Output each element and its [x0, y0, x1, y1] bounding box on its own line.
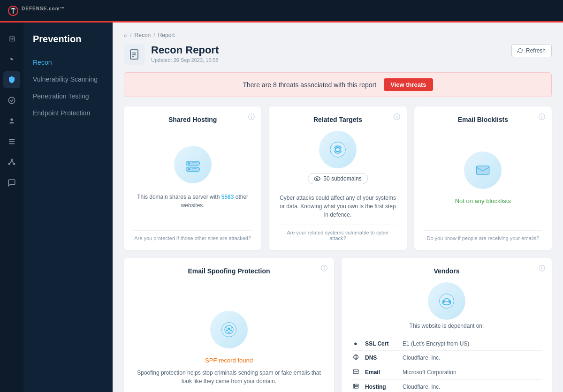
card-email-spoofing: Email Spoofing Protection ⓘ: [124, 258, 334, 392]
page-title-block: Recon Report Updated: 20 Sep 2023, 16:58: [151, 44, 219, 63]
email-label: Email: [365, 369, 398, 376]
email-spoofing-status: SPF record found: [205, 357, 253, 364]
shared-hosting-title: Shared Hosting: [133, 116, 252, 123]
shared-hosting-body: This domain shares a server with 5583 ot…: [133, 131, 252, 225]
top-cards-grid: Shared Hosting ⓘ This: [124, 106, 552, 250]
svg-point-9: [14, 163, 15, 165]
shared-hosting-icon: [174, 146, 212, 183]
related-targets-body: 50 subdomains Cyber attacks could affect…: [278, 131, 397, 219]
vendor-row-email: Email Microsoft Corporation: [351, 365, 542, 380]
related-targets-footer: Are your related systems vulnerable to c…: [278, 225, 397, 241]
svg-point-23: [317, 178, 319, 180]
ssl-value: E1 (Let's Encrypt from US): [403, 340, 469, 347]
sidebar-icon-nodes[interactable]: [3, 154, 20, 171]
svg-point-22: [330, 142, 346, 158]
svg-rect-21: [192, 168, 197, 169]
related-targets-info-icon[interactable]: ⓘ: [394, 113, 400, 121]
vendor-row-dns: DNS Cloudflare, Inc.: [351, 351, 542, 365]
report-icon: [124, 44, 145, 65]
svg-rect-20: [192, 162, 197, 163]
nav-item-recon[interactable]: Recon: [23, 54, 113, 71]
svg-point-41: [354, 387, 354, 388]
vendors-icon: [428, 282, 465, 320]
main-layout: ⊞ Prevention Recon Vulnerability Scannin…: [0, 23, 563, 392]
sidebar-icon-chat[interactable]: [3, 174, 20, 191]
svg-rect-37: [353, 369, 358, 374]
nav-item-endpoint[interactable]: Endpoint Protection: [23, 105, 113, 121]
sidebar-icon-grid[interactable]: ⊞: [3, 30, 20, 47]
svg-point-28: [226, 330, 228, 332]
card-shared-hosting: Shared Hosting ⓘ This: [124, 106, 261, 250]
bottom-cards-grid: Email Spoofing Protection ⓘ: [124, 258, 552, 392]
svg-line-10: [10, 160, 12, 163]
nav-sidebar: Prevention Recon Vulnerability Scanning …: [23, 23, 113, 392]
svg-point-30: [228, 332, 230, 333]
email-icon: [351, 369, 360, 376]
vendors-table: ● SSL Cert E1 (Let's Encrypt from US) DN…: [351, 337, 542, 392]
logo: DEFENSE.com™: [8, 5, 65, 16]
email-spoofing-info-icon[interactable]: ⓘ: [321, 264, 327, 273]
svg-point-8: [8, 163, 10, 165]
ssl-icon: ●: [351, 340, 360, 347]
sidebar-icon-radiation[interactable]: [3, 51, 20, 68]
email-blocklists-footer: Do you know if people are receiving your…: [424, 230, 542, 241]
sidebar-icon-check[interactable]: [3, 92, 20, 109]
shared-hosting-footer: Are you protected if those other sites a…: [133, 230, 252, 241]
svg-point-32: [231, 327, 232, 329]
email-spoofing-icon: [210, 311, 248, 348]
svg-point-33: [440, 294, 454, 309]
svg-point-31: [226, 327, 227, 329]
view-threats-button[interactable]: View threats: [384, 78, 433, 91]
email-value: Microsoft Corporation: [403, 369, 456, 376]
svg-line-11: [12, 160, 14, 163]
svg-point-3: [10, 118, 13, 121]
breadcrumb: ⌂ / Recon / Report: [124, 32, 552, 38]
svg-point-40: [354, 384, 354, 385]
email-blocklists-info-icon[interactable]: ⓘ: [539, 113, 545, 121]
ssl-label: SSL Cert: [365, 340, 398, 347]
svg-point-19: [188, 168, 190, 171]
refresh-icon: [517, 48, 523, 53]
logo-text: DEFENSE.com™: [22, 6, 65, 15]
shared-hosting-desc: This domain shares a server with 5583 ot…: [133, 193, 252, 210]
related-targets-desc: Cyber attacks could affect any of your s…: [278, 194, 397, 219]
hosting-icon: [351, 383, 360, 391]
vendor-row-hosting: Hosting Cloudflare, Inc.: [351, 380, 542, 392]
related-targets-icon: [319, 131, 357, 168]
vendors-intro: This website is dependant on:: [410, 323, 484, 329]
logo-icon: [8, 5, 19, 16]
hosting-label: Hosting: [365, 384, 398, 390]
page-header: Recon Report Updated: 20 Sep 2023, 16:58…: [124, 44, 552, 65]
svg-point-7: [11, 159, 13, 160]
sidebar-icon-list[interactable]: [3, 133, 20, 150]
shared-hosting-info-icon[interactable]: ⓘ: [248, 113, 255, 121]
alert-message: There are 8 threats associated with this…: [243, 81, 376, 89]
svg-rect-24: [477, 166, 489, 174]
svg-point-29: [230, 330, 232, 332]
nav-item-vuln[interactable]: Vulnerability Scanning: [23, 71, 113, 88]
card-related-targets: Related Targets ⓘ 50 subdomains: [269, 106, 406, 250]
email-spoofing-body: SPF record found Spoofing protection hel…: [133, 282, 325, 392]
nav-item-pentest[interactable]: Penetration Testing: [23, 88, 113, 105]
vendors-body: This website is dependant on: ● SSL Cert…: [351, 282, 542, 392]
svg-point-27: [228, 327, 230, 330]
hosting-value: Cloudflare, Inc.: [403, 384, 441, 390]
breadcrumb-report: Report: [158, 32, 175, 38]
related-targets-title: Related Targets: [278, 116, 397, 123]
topbar: DEFENSE.com™: [0, 0, 563, 23]
card-email-blocklists: Email Blocklists ⓘ Not on any blocklists…: [414, 106, 552, 250]
email-blocklists-icon: [464, 151, 502, 189]
icon-sidebar: ⊞: [0, 23, 23, 392]
email-blocklists-title: Email Blocklists: [424, 116, 542, 123]
subdomains-badge: 50 subdomains: [308, 173, 367, 184]
refresh-button[interactable]: Refresh: [511, 44, 552, 57]
vendors-title: Vendors: [351, 267, 542, 275]
home-icon[interactable]: ⌂: [124, 32, 127, 38]
sidebar-icon-person[interactable]: [3, 113, 20, 129]
eye-icon: [314, 175, 320, 182]
page-title: Recon Report: [151, 44, 219, 56]
breadcrumb-recon[interactable]: Recon: [135, 32, 151, 38]
vendors-info-icon[interactable]: ⓘ: [539, 264, 545, 273]
email-spoofing-title: Email Spoofing Protection: [133, 267, 325, 275]
sidebar-icon-shield[interactable]: [3, 71, 20, 88]
